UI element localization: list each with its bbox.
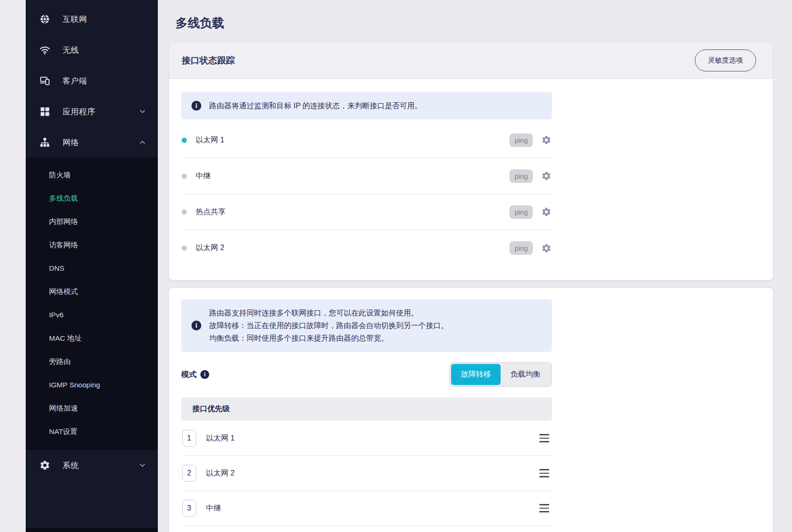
priority-header: 接口优先级 <box>181 397 552 421</box>
submenu-item-nat-settings[interactable]: NAT设置 <box>26 420 158 443</box>
priority-row-hotspot: 4 热点共享 <box>181 526 552 532</box>
gear-icon <box>39 460 50 471</box>
network-icon <box>39 137 50 148</box>
sidebar-submenu-network: 防火墙 多线负载 内部网络 访客网络 DNS 网络模式 IPv6 MAC 地址 … <box>26 158 158 450</box>
left-margin-strip <box>0 0 26 532</box>
toggle-failover-button[interactable]: 故障转移 <box>451 364 501 385</box>
sidebar-item-label: 无线 <box>63 45 79 56</box>
submenu-item-igmp-snooping[interactable]: IGMP Snooping <box>26 373 158 397</box>
sensitivity-options-button[interactable]: 灵敏度选项 <box>695 49 756 71</box>
submenu-item-ipv6[interactable]: IPv6 <box>26 303 158 327</box>
page-title: 多线负载 <box>176 15 773 31</box>
submenu-item-mac-address[interactable]: MAC 地址 <box>26 327 158 350</box>
interface-name: 以太网 2 <box>196 243 224 253</box>
priority-name: 中继 <box>206 504 221 513</box>
toggle-load-balance-button[interactable]: 负载均衡 <box>501 364 550 385</box>
sidebar-item-label: 应用程序 <box>63 106 95 117</box>
priority-row-ethernet2: 2 以太网 2 <box>181 456 552 491</box>
submenu-item-internal-network[interactable]: 内部网络 <box>26 210 158 233</box>
tracking-card-header: 接口状态跟踪 灵敏度选项 <box>169 42 773 79</box>
mode-info-banner: i 路由器支持同时连接多个联网接口，您可以在此设置如何使用。 故障转移：当正在使… <box>181 299 552 352</box>
sidebar-item-network[interactable]: 网络 <box>26 127 158 158</box>
gear-icon[interactable] <box>541 135 552 145</box>
interface-row-repeater: 中继 ping <box>181 158 552 194</box>
main-content: 多线负载 接口状态跟踪 灵敏度选项 i 路由器将通过监测和目标 IP 的连接状态… <box>158 0 792 532</box>
ping-badge: ping <box>509 205 533 219</box>
mode-info-line3: 均衡负载：同时使用多个接口来提升路由器的总带宽。 <box>209 334 389 342</box>
priority-number: 1 <box>182 430 196 447</box>
priority-name: 以太网 2 <box>206 469 234 478</box>
priority-row-repeater: 3 中继 <box>181 491 552 526</box>
mode-toggle-group: 故障转移 负载均衡 <box>449 362 552 387</box>
sidebar-nav: 互联网 无线 客户端 应用程序 <box>26 0 158 158</box>
sidebar-item-label: 互联网 <box>63 14 87 25</box>
sidebar-spacer <box>26 481 158 528</box>
globe-icon <box>39 14 50 25</box>
mode-info-line1: 路由器支持同时连接多个联网接口，您可以在此设置如何使用。 <box>209 309 418 317</box>
tracking-card-title: 接口状态跟踪 <box>182 55 235 67</box>
interface-row-ethernet1: 以太网 1 ping <box>181 122 552 158</box>
drag-handle-icon[interactable] <box>537 502 551 514</box>
priority-number: 2 <box>182 465 196 482</box>
info-icon: i <box>191 101 201 111</box>
tracking-info-banner: i 路由器将通过监测和目标 IP 的连接状态，来判断接口是否可用。 <box>181 92 552 119</box>
wifi-icon <box>39 44 50 56</box>
sidebar-bottom-strip <box>26 528 158 532</box>
gear-icon[interactable] <box>541 243 552 253</box>
ping-badge: ping <box>509 133 533 147</box>
interface-list: 以太网 1 ping 中继 ping <box>181 122 552 266</box>
status-dot-offline <box>182 245 187 251</box>
sidebar-item-clients[interactable]: 客户端 <box>26 65 158 96</box>
interface-tracking-card: 接口状态跟踪 灵敏度选项 i 路由器将通过监测和目标 IP 的连接状态，来判断接… <box>169 42 773 280</box>
sidebar-item-label: 客户端 <box>63 76 87 86</box>
submenu-item-network-mode[interactable]: 网络模式 <box>26 280 158 303</box>
mode-card-body: i 路由器支持同时连接多个联网接口，您可以在此设置如何使用。 故障转移：当正在使… <box>169 288 773 532</box>
sidebar: 互联网 无线 客户端 应用程序 <box>26 0 158 532</box>
submenu-item-side-router[interactable]: 旁路由 <box>26 350 158 373</box>
chevron-down-icon <box>138 461 147 469</box>
priority-number: 3 <box>182 500 196 517</box>
gear-icon[interactable] <box>541 171 552 181</box>
app-root: 互联网 无线 客户端 应用程序 <box>0 0 792 532</box>
sidebar-item-internet[interactable]: 互联网 <box>26 4 158 35</box>
mode-info-line2: 故障转移：当正在使用的接口故障时，路由器会自动切换到另一个接口。 <box>209 322 448 329</box>
submenu-item-multiwan[interactable]: 多线负载 <box>26 187 158 210</box>
ping-badge: ping <box>509 169 533 183</box>
priority-list: 1 以太网 1 2 以太网 2 3 中继 <box>181 421 552 532</box>
info-icon[interactable]: i <box>200 370 209 379</box>
apps-icon <box>39 106 50 117</box>
mode-label: 模式 i <box>181 370 209 380</box>
sidebar-item-wireless[interactable]: 无线 <box>26 35 158 65</box>
chevron-down-icon <box>138 107 147 116</box>
submenu-item-firewall[interactable]: 防火墙 <box>26 163 158 187</box>
submenu-item-guest-network[interactable]: 访客网络 <box>26 233 158 257</box>
chevron-up-icon <box>138 138 147 147</box>
tracking-card-body: i 路由器将通过监测和目标 IP 的连接状态，来判断接口是否可用。 以太网 1 … <box>169 79 773 280</box>
mode-label-text: 模式 <box>181 370 197 380</box>
status-dot-offline <box>182 174 187 179</box>
priority-name: 以太网 1 <box>206 434 234 443</box>
info-icon: i <box>191 321 201 330</box>
mode-info-text: 路由器支持同时连接多个联网接口，您可以在此设置如何使用。 故障转移：当正在使用的… <box>209 307 448 344</box>
ping-badge: ping <box>509 241 533 255</box>
sidebar-item-system[interactable]: 系统 <box>26 450 158 481</box>
drag-handle-icon[interactable] <box>537 432 551 444</box>
interface-row-hotspot: 热点共享 ping <box>181 194 552 230</box>
sidebar-item-label: 网络 <box>63 137 79 148</box>
submenu-item-network-acceleration[interactable]: 网络加速 <box>26 397 158 420</box>
interface-name: 中继 <box>196 171 211 181</box>
devices-icon <box>39 75 50 86</box>
interface-name: 以太网 1 <box>196 135 224 145</box>
mode-row: 模式 i 故障转移 负载均衡 <box>181 362 552 387</box>
drag-handle-icon[interactable] <box>537 467 551 479</box>
tracking-info-text: 路由器将通过监测和目标 IP 的连接状态，来判断接口是否可用。 <box>209 99 422 112</box>
status-dot-offline <box>182 210 187 215</box>
sidebar-item-applications[interactable]: 应用程序 <box>26 96 158 127</box>
interface-name: 热点共享 <box>196 207 226 217</box>
load-mode-card: i 路由器支持同时连接多个联网接口，您可以在此设置如何使用。 故障转移：当正在使… <box>169 288 773 532</box>
gear-icon[interactable] <box>541 207 552 217</box>
submenu-item-dns[interactable]: DNS <box>26 257 158 280</box>
priority-row-ethernet1: 1 以太网 1 <box>181 421 552 456</box>
sidebar-item-label: 系统 <box>63 460 79 471</box>
status-dot-online <box>182 138 187 143</box>
